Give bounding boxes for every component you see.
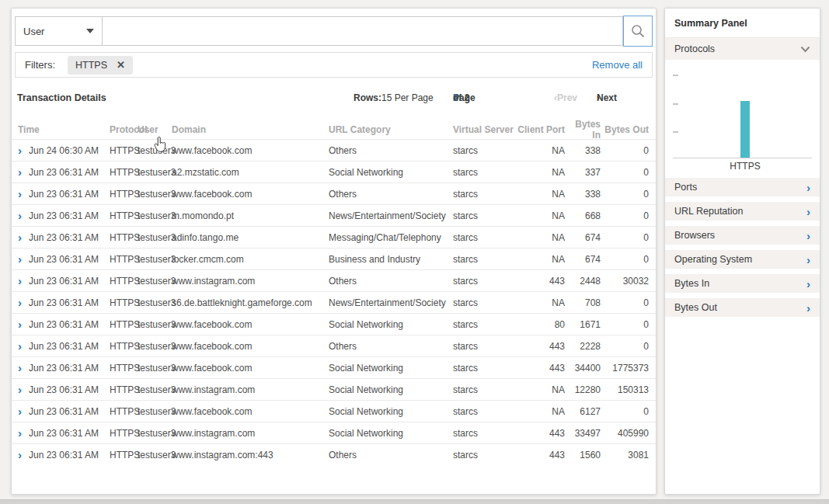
expand-row-icon[interactable]: ›	[18, 340, 29, 352]
cell-bytes-in: 674	[565, 254, 601, 265]
expand-row-icon[interactable]: ›	[18, 231, 29, 243]
table-row[interactable]: › Jun 23 06:31 AM HTTPS testuser3 locker…	[12, 248, 656, 269]
expand-row-icon[interactable]: ›	[18, 362, 29, 374]
cell-url-category: Social Networking	[329, 319, 453, 330]
column-header-domain[interactable]: Domain	[172, 124, 329, 135]
table-row[interactable]: › Jun 23 06:31 AM HTTPS testuser3 www.fa…	[12, 335, 656, 356]
cell-bytes-in: 668	[565, 210, 601, 221]
expand-row-icon[interactable]: ›	[18, 188, 29, 200]
cell-protocol: HTTPS	[110, 167, 138, 178]
search-input[interactable]	[103, 16, 623, 46]
table-row[interactable]: › Jun 23 06:31 AM HTTPS testuser3 s6.de.…	[12, 291, 656, 313]
expand-row-icon[interactable]: ›	[18, 166, 29, 178]
cell-url-category: Social Networking	[329, 384, 453, 395]
table-row[interactable]: › Jun 23 06:31 AM HTTPS testuser3 www.in…	[12, 422, 656, 443]
cell-user: testuser3	[138, 276, 172, 287]
table-row[interactable]: › Jun 23 06:31 AM HTTPS testuser3 www.in…	[12, 378, 656, 400]
search-category-dropdown[interactable]: User	[15, 16, 103, 46]
expand-row-icon[interactable]: ›	[18, 427, 29, 439]
cell-domain: adinfo.tango.me	[172, 232, 329, 243]
remove-filter-icon[interactable]: ✕	[117, 59, 125, 71]
expand-row-icon[interactable]: ›	[18, 318, 29, 330]
column-header-time[interactable]: Time	[18, 124, 110, 135]
cell-virtual-server: starcs	[453, 319, 515, 330]
expand-row-icon[interactable]: ›	[18, 297, 29, 308]
accordion-item[interactable]: Operating System ›	[665, 250, 820, 269]
column-header-bytes-out[interactable]: Bytes Out	[601, 124, 649, 135]
cell-client-port: NA	[515, 384, 565, 395]
protocols-label: Protocols	[674, 43, 715, 54]
cell-url-category: Others	[329, 276, 453, 287]
cell-bytes-out: 0	[601, 406, 649, 417]
cell-bytes-out: 0	[601, 145, 649, 156]
cell-client-port: NA	[515, 145, 565, 156]
expand-row-icon[interactable]: ›	[18, 449, 29, 461]
cell-bytes-out: 0	[601, 297, 649, 308]
table-row[interactable]: › Jun 24 06:30 AM HTTPS testuser3 www.fa…	[12, 139, 656, 161]
chevron-right-icon: ›	[806, 278, 810, 290]
expand-row-icon[interactable]: ›	[18, 144, 29, 156]
chevron-right-icon: ›	[806, 230, 810, 242]
filters-label: Filters:	[25, 59, 55, 71]
cell-bytes-out: 150313	[601, 384, 649, 395]
cell-virtual-server: starcs	[453, 254, 515, 265]
protocols-bar[interactable]	[740, 101, 750, 158]
remove-all-filters-link[interactable]: Remove all	[592, 59, 643, 71]
accordion-item[interactable]: Bytes Out ›	[665, 298, 820, 317]
column-header-bytes-in[interactable]: Bytes In	[565, 119, 601, 141]
expand-row-icon[interactable]: ›	[18, 384, 29, 395]
expand-row-icon[interactable]: ›	[18, 275, 29, 287]
table-row[interactable]: › Jun 23 06:31 AM HTTPS testuser3 www.in…	[12, 443, 656, 465]
column-header-protocol[interactable]: Protocol	[110, 124, 138, 135]
table-row[interactable]: › Jun 23 06:31 AM HTTPS testuser3 www.fa…	[12, 400, 656, 422]
table-row[interactable]: › Jun 23 06:31 AM HTTPS testuser3 www.in…	[12, 269, 656, 291]
cell-protocol: HTTPS	[110, 363, 138, 374]
expand-row-icon[interactable]: ›	[18, 210, 29, 221]
cell-url-category: News/Entertainment/Society	[329, 297, 453, 308]
summary-panel: Summary Panel Protocols HTTPS Ports › UR…	[664, 8, 820, 495]
accordion-protocols-header[interactable]: Protocols	[665, 38, 820, 60]
protocols-bar-chart: HTTPS	[665, 60, 820, 175]
horizontal-scrollbar[interactable]	[0, 499, 829, 504]
cell-user: testuser3	[138, 254, 172, 265]
column-header-user[interactable]: User	[138, 124, 172, 135]
cell-time: Jun 23 06:31 AM	[29, 167, 110, 178]
cell-virtual-server: starcs	[453, 145, 515, 156]
column-header-client-port[interactable]: Client Port	[515, 124, 565, 135]
search-button[interactable]	[623, 16, 653, 47]
cell-time: Jun 23 06:31 AM	[29, 232, 110, 243]
table-row[interactable]: › Jun 23 06:31 AM HTTPS testuser3 adinfo…	[12, 226, 656, 248]
cell-virtual-server: starcs	[453, 189, 515, 200]
accordion-item[interactable]: Browsers ›	[665, 226, 820, 245]
column-header-virtual-server[interactable]: Virtual Server	[453, 124, 515, 135]
cell-time: Jun 23 06:31 AM	[29, 450, 110, 461]
expand-row-icon[interactable]: ›	[18, 253, 29, 265]
cell-time: Jun 23 06:31 AM	[29, 189, 110, 200]
column-header-url-category[interactable]: URL Category	[329, 124, 453, 135]
chevron-right-icon: ›	[806, 182, 810, 193]
bar-label-https: HTTPS	[712, 161, 778, 172]
table-row[interactable]: › Jun 23 06:31 AM HTTPS testuser3 www.fa…	[12, 356, 656, 378]
table-row[interactable]: › Jun 23 06:31 AM HTTPS testuser3 a2.mzs…	[12, 161, 656, 182]
expand-row-icon[interactable]: ›	[18, 405, 29, 417]
prev-page-button[interactable]: ‹ Prev	[554, 92, 557, 103]
next-page-button[interactable]: Next ›	[597, 92, 600, 103]
cell-domain: locker.cmcm.com	[172, 254, 329, 265]
accordion-item[interactable]: Ports ›	[665, 178, 820, 196]
cell-protocol: HTTPS	[110, 384, 138, 395]
accordion-item[interactable]: URL Reputation ›	[665, 202, 820, 221]
accordion-item-label: Bytes Out	[674, 302, 717, 313]
table-row[interactable]: › Jun 23 06:31 AM HTTPS testuser3 m.momo…	[12, 204, 656, 226]
chevron-right-icon: ›	[806, 254, 810, 266]
cell-user: testuser3	[138, 384, 172, 395]
table-row[interactable]: › Jun 23 06:31 AM HTTPS testuser3 www.fa…	[12, 313, 656, 335]
accordion-item[interactable]: Bytes In ›	[665, 274, 820, 293]
cell-client-port: 443	[515, 341, 565, 352]
table-row[interactable]: › Jun 23 06:31 AM HTTPS testuser3 www.fa…	[12, 182, 656, 204]
cell-domain: s6.de.battleknight.gameforge.com	[172, 297, 329, 308]
cell-url-category: Social Networking	[329, 428, 453, 439]
cell-client-port: 443	[515, 428, 565, 439]
cell-bytes-out: 0	[601, 254, 649, 265]
prev-label: Prev	[557, 92, 577, 103]
cell-bytes-in: 1671	[565, 319, 601, 330]
